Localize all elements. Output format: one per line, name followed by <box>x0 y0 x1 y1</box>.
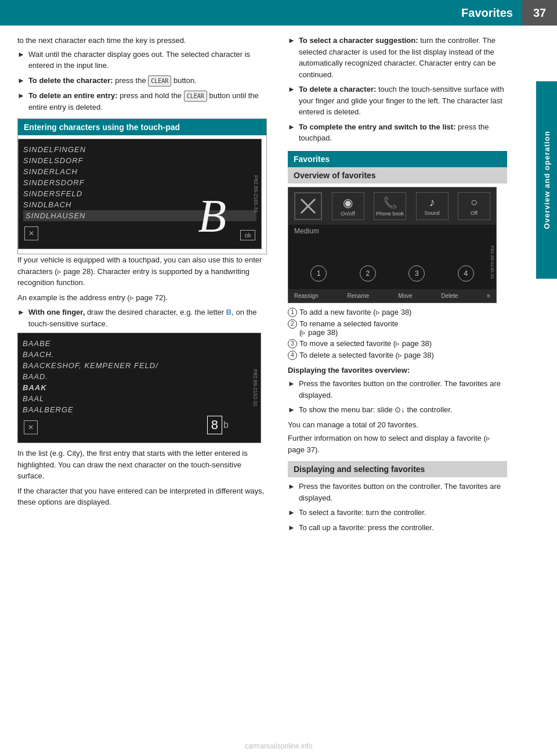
numbered-item-4-text: To delete a selected favorite (▹ page 38… <box>299 351 434 359</box>
page-header: Favorites 37 <box>0 0 557 26</box>
bullet-call-fav: ► To call up a favorite: press the contr… <box>288 522 507 534</box>
touchpad-list-2: BAABE BAACH. BAACKESHOF, KEMPENER FELD/ … <box>23 338 256 415</box>
num-2: 2 <box>288 319 297 329</box>
menu-icon: ≡ <box>487 293 490 299</box>
ok-button: ok <box>240 230 255 240</box>
arrow-icon-3: ► <box>17 90 25 113</box>
touchpad-section-title: Entering characters using the touch-pad <box>18 119 266 135</box>
bullet-complete-entry-text: To complete the entry and switch to the … <box>299 121 507 144</box>
bullet-delete-char-right-text: To delete a character: touch the touch-s… <box>299 84 507 118</box>
fav-btn-4: 4 <box>458 265 474 282</box>
fav-top-row: ◉ On/off 📞 Phone book ♪ Sound ○ Off <box>288 188 496 225</box>
clear-button-1: CLEAR <box>148 75 171 87</box>
touchpad-desc-1: If your vehicle is equipped with a touch… <box>17 254 267 289</box>
main-content: to the next character each time the key … <box>0 26 557 546</box>
digit-8: 8 <box>207 416 222 434</box>
bullet-press-fav-2: ► Press the favorites button on the cont… <box>288 481 507 503</box>
list-item: BAAL <box>23 393 256 404</box>
fav-icon-phone: 📞 Phone book <box>374 192 406 220</box>
bullet-call-fav-text: To call up a favorite: press the control… <box>299 522 434 534</box>
touchpad-image-1: SINDELFINGEN SINDELSDORF SINDERLACH SIND… <box>18 139 262 249</box>
numbered-item-1: 1 To add a new favorite (▹ page 38) <box>288 308 507 317</box>
side-tab: Overview and operation <box>536 81 557 279</box>
bullet-delete-char-text: To delete the character: press the CLEAR… <box>28 75 197 87</box>
numbered-item-3: 3 To move a selected favorite (▹ page 38… <box>288 339 507 348</box>
bullet-press-favorites-text: Press the favorites button on the contro… <box>299 378 507 401</box>
list-desc-1: In the list (e.g. City), the first entry… <box>17 448 267 482</box>
bullet-delete-char: ► To delete the character: press the CLE… <box>17 75 267 87</box>
page-title: Favorites <box>461 6 513 20</box>
bullet-delete-char-right: ► To delete a character: touch the touch… <box>288 84 507 118</box>
arrow-icon-9: ► <box>288 404 295 416</box>
list-item: SINDELFINGEN <box>23 144 256 155</box>
num-4: 4 <box>288 351 297 360</box>
favorites-section: Favorites Overview of favorites ◉ On/off <box>288 151 507 534</box>
numbered-item-2-text: To rename a selected favorite(▹ page 38) <box>299 319 399 337</box>
num-3: 3 <box>288 339 297 348</box>
list-item: BAAK <box>23 382 256 393</box>
touchpad-section: Entering characters using the touch-pad … <box>17 118 267 254</box>
bullet-press-favorites: ► Press the favorites button on the cont… <box>288 378 507 401</box>
arrow-icon-12: ► <box>288 522 295 534</box>
fav-btn-circle-3: 3 <box>408 265 425 282</box>
list-item: BAACKESHOF, KEMPENER FELD/ <box>23 360 256 371</box>
fav-main-icon <box>294 192 322 220</box>
fav-bottom-row: Reassign Rename Move Delete ≡ <box>288 289 496 303</box>
fav-medium-label: Medium <box>294 227 319 235</box>
left-column: to the next character each time the key … <box>0 26 278 546</box>
x-button: ✕ <box>24 226 38 240</box>
bullet-wait-text: Wait until the character display goes ou… <box>28 49 267 71</box>
arrow-icon-10: ► <box>288 481 295 503</box>
total-favorites-text: You can manage a total of 20 favorites. <box>288 419 507 431</box>
watermark: carmanualsonline.info <box>245 742 313 750</box>
fav-btn-2: 2 <box>360 265 376 282</box>
list-item: BAABE <box>23 338 256 349</box>
favorites-section-title: Favorites <box>288 151 507 167</box>
number-letter-display: 8 b <box>207 416 229 434</box>
displaying-title: Displaying the favorites overview: <box>288 365 507 376</box>
bullet-press-fav-2-text: Press the favorites button on the contro… <box>299 481 507 503</box>
touchpad-desc-2: An example is the address entry (▹ page … <box>17 292 267 304</box>
arrow-icon-4: ► <box>17 307 25 329</box>
numbered-item-2: 2 To rename a selected favorite(▹ page 3… <box>288 319 507 337</box>
right-column: ► To select a character suggestion: turn… <box>278 26 536 546</box>
move-btn: Move <box>398 293 412 299</box>
fav-circle-buttons: 1 2 3 4 <box>294 265 490 282</box>
side-tab-label: Overview and operation <box>542 131 551 229</box>
page-number: 37 <box>522 0 557 26</box>
list-item: BAACH. <box>23 349 256 360</box>
list-item: BAAD. <box>23 371 256 382</box>
image-ref-1: P82.89-2165-31 <box>253 175 259 213</box>
bullet-wait: ► Wait until the character display goes … <box>17 49 267 71</box>
favorites-screen: ◉ On/off 📞 Phone book ♪ Sound ○ Off <box>288 187 497 303</box>
bullet-select-fav: ► To select a favorite: turn the control… <box>288 507 507 519</box>
fav-btn-1: 1 <box>310 265 327 282</box>
clear-button-2: CLEAR <box>184 91 207 102</box>
screen-ref: P82.89-0140-31 <box>490 246 495 279</box>
fav-icon-onoff: ◉ On/off <box>332 192 364 220</box>
fav-btn-circle-2: 2 <box>360 265 376 282</box>
fav-btn-3: 3 <box>408 265 425 282</box>
list-item: SINDERSDORF <box>23 177 256 188</box>
touchpad-image-2: BAABE BAACH. BAACKESHOF, KEMPENER FELD/ … <box>17 333 261 443</box>
further-info-text: Further information on how to select and… <box>288 433 507 455</box>
list-desc-2: If the character that you have entered c… <box>17 485 267 508</box>
arrow-icon-11: ► <box>288 507 295 519</box>
bullet-select-fav-text: To select a favorite: turn the controlle… <box>299 507 426 519</box>
bullet-one-finger-text: With one finger, draw the desired charac… <box>28 307 267 329</box>
bullet-complete-entry: ► To complete the entry and switch to th… <box>288 121 507 144</box>
list-item: BAALBERGE <box>23 404 256 415</box>
arrow-icon-2: ► <box>17 75 25 87</box>
num-1: 1 <box>288 308 297 317</box>
x-button-2: ✕ <box>24 420 38 434</box>
numbered-item-4: 4 To delete a selected favorite (▹ page … <box>288 351 507 360</box>
delete-btn: Delete <box>441 293 458 299</box>
reassign-btn: Reassign <box>294 293 319 299</box>
bullet-one-finger: ► With one finger, draw the desired char… <box>17 307 267 329</box>
bullet-select-suggestion: ► To select a character suggestion: turn… <box>288 35 507 80</box>
list-item: SINDERLACH <box>23 166 256 177</box>
fav-icon-sound: ♪ Sound <box>416 192 449 220</box>
bullet-show-menu-text: To show the menu bar: slide ⊙↓ the contr… <box>299 404 453 416</box>
rename-btn: Rename <box>348 293 370 299</box>
header-teal-bar: Favorites <box>0 0 522 26</box>
